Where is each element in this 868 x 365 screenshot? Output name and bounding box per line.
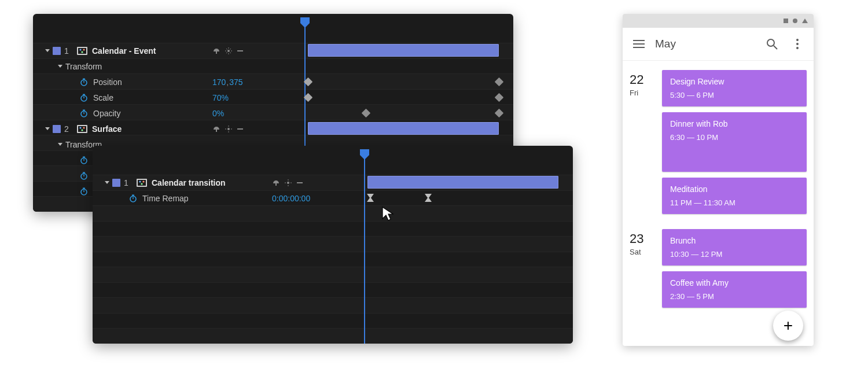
timeline-panel-front[interactable]: 1 Calendar transition Time Remap 0:00:00…	[93, 146, 573, 344]
shy-mushroom-icon[interactable]	[272, 179, 280, 187]
stopwatch-icon[interactable]	[79, 109, 89, 118]
property-scale[interactable]: Scale	[33, 90, 212, 105]
minus-icon[interactable]	[237, 126, 244, 132]
event-title: Meditation	[670, 185, 799, 194]
shy-mushroom-icon[interactable]	[212, 125, 220, 133]
layer-color-swatch[interactable]	[53, 47, 61, 55]
calendar-body[interactable]: 22 Fri Design Review 5:30 — 6 PM Dinner …	[623, 61, 814, 346]
layer-switches[interactable]	[272, 179, 303, 187]
disclosure-down-icon[interactable]	[104, 180, 110, 186]
search-icon[interactable]	[763, 35, 781, 53]
svg-point-67	[796, 43, 799, 45]
scale-value[interactable]: 70%	[212, 93, 229, 102]
layer-name: Calendar - Event	[92, 46, 156, 56]
property-label: Position	[93, 78, 122, 87]
layer-bar-1[interactable]	[367, 176, 558, 189]
svg-rect-62	[633, 43, 645, 45]
svg-point-29	[227, 50, 230, 52]
day-number: 22	[630, 73, 662, 86]
layer-name: Surface	[92, 124, 122, 134]
svg-point-16	[79, 127, 81, 128]
stopwatch-icon[interactable]	[79, 78, 89, 87]
layer-bar-1[interactable]	[308, 44, 499, 57]
minus-icon[interactable]	[237, 47, 244, 54]
keyframe-diamond-icon[interactable]	[304, 78, 313, 87]
stopwatch-icon[interactable]	[79, 171, 89, 180]
mouse-cursor-icon	[381, 206, 396, 222]
layer-color-swatch[interactable]	[112, 179, 120, 187]
hourglass-keyframe-icon[interactable]	[366, 193, 374, 202]
status-triangle-icon	[802, 19, 808, 23]
event-card[interactable]: Meditation 11 PM — 11:30 AM	[662, 178, 807, 214]
svg-rect-60	[297, 182, 303, 183]
layer-row-1[interactable]: 1 Calendar transition	[93, 175, 272, 190]
svg-point-55	[287, 182, 289, 184]
property-time-remap[interactable]: Time Remap	[93, 190, 272, 206]
stopwatch-icon[interactable]	[79, 187, 89, 196]
property-opacity[interactable]: Opacity	[33, 105, 212, 121]
stopwatch-icon[interactable]	[128, 194, 138, 203]
property-label: Scale	[93, 93, 113, 102]
keyframe-diamond-icon[interactable]	[495, 109, 504, 118]
sun-icon[interactable]	[285, 179, 292, 186]
day-of-week: Sat	[630, 248, 662, 256]
tracks-area-front[interactable]	[365, 175, 573, 344]
layer-bar-2[interactable]	[308, 122, 499, 135]
disclosure-down-icon[interactable]	[57, 64, 63, 69]
property-label: Opacity	[93, 109, 120, 118]
svg-line-34	[226, 49, 227, 50]
svg-point-18	[81, 129, 83, 131]
day-heading: 22 Fri	[630, 70, 662, 214]
svg-rect-6	[83, 78, 85, 79]
keyframe-diamond-icon[interactable]	[362, 109, 371, 118]
svg-line-65	[774, 46, 777, 49]
svg-rect-63	[633, 47, 645, 48]
time-remap-value[interactable]: 0:00:00:00	[272, 194, 310, 203]
property-label: Time Remap	[142, 194, 189, 203]
svg-point-49	[142, 180, 144, 182]
layer-index: 2	[64, 124, 72, 134]
menu-icon[interactable]	[630, 35, 648, 53]
day-of-week: Fri	[630, 89, 662, 97]
svg-rect-28	[216, 51, 217, 54]
layer-row-1[interactable]: 1 Calendar - Event	[33, 43, 212, 58]
property-position[interactable]: Position	[33, 74, 212, 90]
keyframe-diamond-icon[interactable]	[304, 93, 313, 102]
transform-group[interactable]: Transform	[33, 58, 212, 74]
keyframe-diamond-icon[interactable]	[495, 78, 504, 87]
disclosure-down-icon[interactable]	[45, 48, 50, 54]
hourglass-keyframe-icon[interactable]	[424, 193, 432, 202]
day-heading: 23 Sat	[630, 229, 662, 308]
minus-icon[interactable]	[296, 179, 303, 186]
layer-switches[interactable]	[212, 125, 244, 133]
layer-switches[interactable]	[212, 47, 244, 55]
disclosure-down-icon[interactable]	[57, 142, 63, 148]
more-vert-icon[interactable]	[788, 35, 807, 53]
sun-icon[interactable]	[225, 126, 232, 132]
event-title: Dinner with Rob	[670, 119, 799, 128]
event-card[interactable]: Coffee with Amy 2:30 — 5 PM	[662, 271, 807, 308]
event-card[interactable]: Dinner with Rob 6:30 — 10 PM	[662, 112, 807, 172]
stopwatch-icon[interactable]	[79, 93, 89, 102]
event-card[interactable]: Brunch 10:30 — 12 PM	[662, 229, 807, 266]
layer-row-2[interactable]: 2 Surface	[33, 121, 212, 137]
event-time: 6:30 — 10 PM	[670, 133, 799, 142]
opacity-value[interactable]: 0%	[212, 109, 224, 118]
svg-rect-12	[83, 109, 85, 110]
event-title: Brunch	[670, 236, 799, 245]
svg-point-4	[81, 51, 83, 53]
shy-mushroom-icon[interactable]	[212, 47, 220, 55]
svg-rect-20	[83, 156, 85, 157]
stopwatch-icon[interactable]	[79, 156, 89, 165]
svg-point-40	[227, 128, 230, 130]
sun-icon[interactable]	[225, 47, 232, 54]
layer-color-swatch[interactable]	[53, 125, 61, 133]
fab-add-button[interactable]: +	[773, 311, 803, 341]
event-card[interactable]: Design Review 5:30 — 6 PM	[662, 70, 807, 106]
layer-index: 1	[64, 46, 72, 56]
position-value[interactable]: 170,375	[212, 78, 243, 87]
svg-point-64	[767, 39, 774, 46]
event-time: 2:30 — 5 PM	[670, 292, 799, 301]
keyframe-diamond-icon[interactable]	[495, 93, 504, 102]
disclosure-down-icon[interactable]	[45, 126, 50, 132]
